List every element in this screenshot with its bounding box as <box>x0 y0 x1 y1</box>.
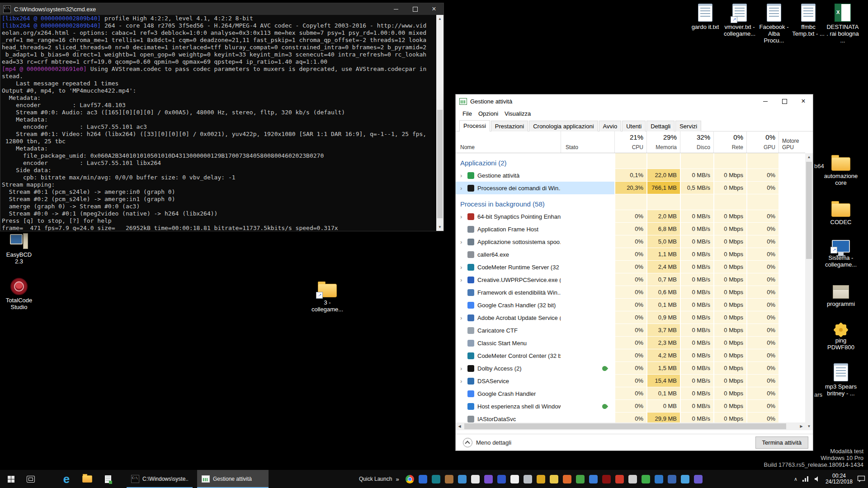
start-button[interactable] <box>0 470 22 488</box>
taskbar-clock[interactable]: 00:24 24/12/2018 <box>826 473 853 485</box>
scrollbar-thumb[interactable] <box>806 162 812 259</box>
scroll-up-arrow[interactable] <box>805 153 813 161</box>
taskmgr-titlebar[interactable]: Gestione attività <box>456 94 813 108</box>
process-group-header[interactable]: Processi in background (58) <box>456 194 805 210</box>
quick-launch-shortcut-icon[interactable] <box>510 475 519 483</box>
network-tray-icon[interactable] <box>802 476 809 482</box>
close-button[interactable] <box>425 3 443 15</box>
details-toggle-button[interactable]: Meno dettagli <box>460 437 514 448</box>
process-row[interactable]: Framework di estendibilità Win...0%0,6 M… <box>456 286 805 299</box>
quick-launch-shortcut-icon[interactable] <box>681 475 689 483</box>
tab-dettagli[interactable]: Dettagli <box>646 121 675 131</box>
desktop-icon-automazione-core[interactable]: automazione core <box>824 153 858 186</box>
menu-opzioni[interactable]: Opzioni <box>475 109 501 118</box>
taskbar-app-cmd[interactable]: C:\Windows\syste... <box>127 470 193 488</box>
taskmgr-horizontal-scrollbar[interactable] <box>456 422 805 430</box>
quick-launch-shortcut-icon[interactable] <box>602 475 611 483</box>
quick-launch-shortcut-icon[interactable] <box>642 475 650 483</box>
process-row[interactable]: ›Creative.UWPRPCService.exe (3...0%0,7 M… <box>456 273 805 286</box>
process-row[interactable]: ›Processore dei comandi di Win...20,3%76… <box>456 182 805 194</box>
column-header-disco[interactable]: 32%Disco <box>680 131 713 153</box>
expand-chevron-icon[interactable]: › <box>460 185 464 192</box>
column-header-nome[interactable]: Nome <box>456 131 561 153</box>
tab-prestazioni[interactable]: Prestazioni <box>491 121 528 131</box>
process-row[interactable]: caller64.exe0%1,1 MB0 MB/s0 Mbps0% <box>456 248 805 261</box>
tab-avvio[interactable]: Avvio <box>599 121 622 131</box>
quick-launch-shortcut-icon[interactable] <box>576 475 585 483</box>
process-row[interactable]: Google Crash Handler0%0,1 MB0 MB/s0 Mbps… <box>456 387 805 400</box>
quick-launch-shortcut-icon[interactable] <box>484 475 493 483</box>
quick-launch-shortcut-icon[interactable] <box>668 475 676 483</box>
scroll-down-arrow[interactable] <box>436 223 443 231</box>
scrollbar-thumb[interactable] <box>464 423 786 429</box>
process-row[interactable]: CodeMeter Control Center (32 b...0%4,2 M… <box>456 349 805 362</box>
desktop-icon-easybcd[interactable]: EasyBCD 2.3 <box>2 233 36 265</box>
quick-launch-shortcut-icon[interactable] <box>419 475 427 483</box>
quick-launch-shortcut-icon[interactable] <box>432 475 440 483</box>
action-center-button[interactable] <box>857 475 865 483</box>
taskbar-app-taskmgr[interactable]: Gestione attività <box>197 470 269 488</box>
quick-launch-shortcut-icon[interactable] <box>615 475 624 483</box>
process-row[interactable]: ›Gestione attività0,1%22,0 MB0 MB/s0 Mbp… <box>456 169 805 182</box>
hidden-icons-chevron[interactable] <box>794 476 797 482</box>
expand-chevron-icon[interactable]: › <box>460 365 464 372</box>
maximize-button[interactable] <box>406 3 425 15</box>
column-header-stato[interactable]: Stato <box>561 131 614 153</box>
process-row[interactable]: Google Crash Handler (32 bit)0%0,1 MB0 M… <box>456 299 805 311</box>
column-header-gpu[interactable]: 0%GPU <box>746 131 778 153</box>
maximize-button[interactable] <box>775 94 794 108</box>
column-header-rete[interactable]: 0%Rete <box>713 131 746 153</box>
minimize-button[interactable] <box>387 3 406 15</box>
cmd-titlebar[interactable]: C:\Windows\system32\cmd.exe <box>0 3 443 15</box>
desktop-icon-ping-pdwf800[interactable]: ping PDWF800 <box>824 320 858 351</box>
expand-chevron-icon[interactable]: › <box>460 172 464 179</box>
process-group-header[interactable]: Applicazioni (2) <box>456 153 805 169</box>
desktop-icon-totalcode-studio[interactable]: TotalCode Studio <box>2 277 36 310</box>
volume-tray-icon[interactable] <box>814 476 821 482</box>
close-button[interactable] <box>794 94 813 108</box>
expand-chevron-icon[interactable]: › <box>460 264 464 271</box>
scroll-right-arrow[interactable] <box>797 422 805 430</box>
expand-chevron-icon[interactable]: › <box>460 378 464 385</box>
desktop-icon-codec[interactable]: CODEC <box>824 199 858 225</box>
taskmgr-vertical-scrollbar[interactable] <box>805 153 813 430</box>
process-row[interactable]: ›Dolby Access (2)0%1,5 MB0 MB/s0 Mbps0% <box>456 362 805 375</box>
process-row[interactable]: ›64-bit Synaptics Pointing Enhan...0%2,0… <box>456 210 805 223</box>
file-explorer-button[interactable] <box>77 470 98 488</box>
expand-chevron-icon[interactable]: › <box>460 213 464 220</box>
cmd-scrollbar[interactable] <box>436 15 443 231</box>
end-task-button[interactable]: Termina attività <box>755 436 808 449</box>
quick-launch-shortcut-icon[interactable] <box>471 475 480 483</box>
expand-chevron-icon[interactable]: › <box>460 314 464 321</box>
quick-launch-shortcut-icon[interactable] <box>445 475 453 483</box>
quick-launch-shortcut-icon[interactable] <box>589 475 598 483</box>
process-row[interactable]: ›CodeMeter Runtime Server (32 ...0%2,4 M… <box>456 261 805 273</box>
tab-cronologia-applicazioni[interactable]: Cronologia applicazioni <box>529 121 598 131</box>
process-row[interactable]: ›Applicazione sottosistema spoo...0%5,0 … <box>456 235 805 248</box>
quick-launch-shortcut-icon[interactable] <box>694 475 703 483</box>
process-row[interactable]: IAStorDataSvc0%29,9 MB0 MB/s0 Mbps0% <box>456 413 805 422</box>
process-row[interactable]: ›Adobe Acrobat Update Service (...0%0,9 … <box>456 311 805 324</box>
process-row[interactable]: Caricatore CTF0%3,7 MB0 MB/s0 Mbps0% <box>456 324 805 337</box>
process-row[interactable]: Classic Start Menu0%2,3 MB0 MB/s0 Mbps0% <box>456 337 805 349</box>
tab-servizi[interactable]: Servizi <box>675 121 701 131</box>
edge-button[interactable] <box>56 470 77 488</box>
desktop-icon-programmi[interactable]: programmi <box>824 281 858 307</box>
tab-processi[interactable]: Processi <box>459 120 490 131</box>
desktop-icon-destinata-xls[interactable]: DESTINATA. rai bologna ... <box>826 4 859 44</box>
column-header-motore-gpu[interactable]: Motore GPU <box>778 131 805 153</box>
desktop-icon-gardo-txt[interactable]: gardo it.txt <box>689 4 722 44</box>
column-header-cpu[interactable]: 21%CPU <box>614 131 646 153</box>
desktop-icon-sistema[interactable]: Sistema - collegame... <box>824 238 858 268</box>
quick-launch-shortcut-icon[interactable] <box>537 475 545 483</box>
pinned-app-button[interactable] <box>98 470 118 488</box>
desktop-icon-mp3-spears[interactable]: mp3 Spears britney - ... <box>824 363 858 397</box>
toolbar-overflow-chevron[interactable]: » <box>396 476 399 483</box>
desktop-icon-facebook-txt[interactable]: Facebook - Alba Procu... <box>758 4 790 44</box>
scroll-down-arrow[interactable] <box>805 422 813 430</box>
quick-launch-shortcut-icon[interactable] <box>628 475 637 483</box>
scroll-left-arrow[interactable] <box>456 422 463 430</box>
quick-launch-shortcut-icon[interactable] <box>524 475 532 483</box>
scroll-up-arrow[interactable] <box>436 15 443 23</box>
process-row[interactable]: Application Frame Host0%6,8 MB0 MB/s0 Mb… <box>456 223 805 235</box>
